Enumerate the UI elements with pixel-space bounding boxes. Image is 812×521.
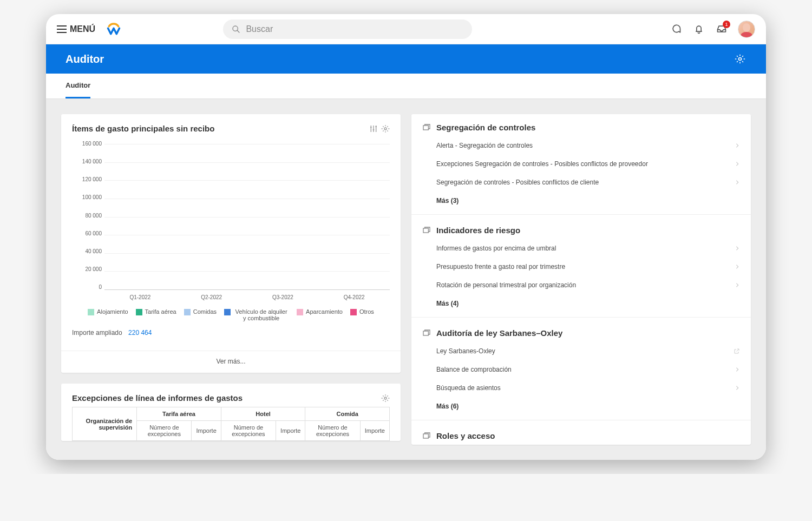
legend-item[interactable]: Tarifa aérea [136,308,176,321]
section: Auditoría de ley Sarbanes–OxleyLey Sarba… [411,320,751,418]
chevron-right-icon [735,367,740,372]
chart-title: Ítems de gasto principales sin recibo [72,124,214,133]
section: Segregación de controlesAlerta - Segrega… [411,114,751,212]
section-icon [422,226,431,235]
exceptions-table: Organización de supervisión Tarifa aérea… [72,407,390,441]
th-org: Organización de supervisión [73,407,137,441]
chevron-right-icon [735,282,740,288]
chevron-right-icon [735,143,740,148]
link-row[interactable]: Ley Sarbanes-Oxley [436,342,740,360]
inbox-icon[interactable]: 1 [715,23,728,36]
svg-rect-7 [423,331,428,335]
chevron-right-icon [735,161,740,167]
left-column: Ítems de gasto principales sin recibo 16… [61,114,401,445]
tab-bar: Auditor [46,74,766,99]
gear-icon[interactable] [381,124,390,133]
svg-point-3 [384,128,387,130]
th-group-1: Hotel [221,407,305,421]
content-area: Ítems de gasto principales sin recibo 16… [46,99,766,460]
top-bar: MENÚ Buscar 1 [46,14,766,44]
app-logo[interactable] [106,22,121,37]
chart-more-link[interactable]: Ver más... [61,351,401,373]
topbar-actions: 1 [670,21,755,38]
app-window: MENÚ Buscar 1 Auditor Auditor [46,14,766,460]
legend-item[interactable]: Comidas [184,308,217,321]
section-icon [422,123,431,132]
link-row[interactable]: Informes de gastos por encima de umbral [436,239,740,258]
links-card: Segregación de controlesAlerta - Segrega… [411,114,751,445]
tab-auditor[interactable]: Auditor [66,74,90,98]
link-row[interactable]: Excepciones Segregación de controles - P… [436,155,740,173]
section-icon [422,432,431,440]
chart-plot: 160 000140 000120 000100 00080 00060 000… [104,141,390,303]
link-row[interactable]: Alerta - Segregación de controles [436,136,740,155]
chevron-right-icon [735,264,740,269]
section-header: Indicadores de riesgo [422,226,740,239]
link-row[interactable]: Rotación de personal trimestral por orga… [436,276,740,294]
link-row[interactable]: Segregación de controles - Posibles conf… [436,173,740,192]
chevron-right-icon [735,246,740,251]
svg-rect-8 [423,434,428,438]
th-group-2: Comida [305,407,390,421]
section-header: Segregación de controles [422,123,740,136]
chart-legend: AlojamientoTarifa aéreaComidasVehículo d… [72,303,390,327]
chart-card: Ítems de gasto principales sin recibo 16… [61,114,401,373]
section-icon [422,329,431,338]
inbox-badge: 1 [723,21,730,28]
menu-button[interactable]: MENÚ [57,24,95,34]
exceptions-title: Excepciones de línea de informes de gast… [72,393,243,403]
page-title: Auditor [66,53,104,65]
section-header: Roles y acceso [422,431,740,445]
svg-point-4 [384,397,387,399]
svg-rect-5 [423,126,428,130]
gear-icon[interactable] [381,394,390,403]
chevron-right-icon [735,385,740,391]
section-more[interactable]: Más (3) [436,192,740,212]
page-header: Auditor [46,44,766,74]
section-more[interactable]: Más (6) [436,397,740,418]
legend-item[interactable]: Vehículo de alquiler y combustible [224,308,289,321]
svg-line-1 [237,30,239,32]
link-row[interactable]: Búsqueda de asientos [436,379,740,397]
legend-item[interactable]: Alojamiento [88,308,128,321]
search-box[interactable]: Buscar [223,19,472,39]
avatar[interactable] [738,21,755,38]
link-row[interactable]: Presupuesto frente a gasto real por trim… [436,258,740,276]
search-icon [232,25,240,34]
svg-rect-6 [423,228,428,233]
chevron-right-icon [735,180,740,185]
sliders-icon[interactable] [369,124,378,133]
link-row[interactable]: Balance de comprobación [436,360,740,379]
svg-point-2 [739,58,742,61]
section-more[interactable]: Más (4) [436,294,740,315]
legend-item[interactable]: Otros [350,308,374,321]
section: Roles y acceso [411,423,751,445]
hamburger-icon [57,25,67,33]
menu-label: MENÚ [70,24,95,34]
external-icon [734,348,740,354]
section-header: Auditoría de ley Sarbanes–Oxley [422,328,740,342]
exceptions-card: Excepciones de línea de informes de gast… [61,384,401,441]
bell-icon[interactable] [692,23,705,36]
legend-item[interactable]: Aparcamiento [297,308,343,321]
search-placeholder: Buscar [246,24,273,34]
right-column: Segregación de controlesAlerta - Segrega… [411,114,751,445]
th-group-0: Tarifa aérea [137,407,221,421]
section: Indicadores de riesgoInformes de gastos … [411,217,751,315]
chat-icon[interactable] [670,23,683,36]
chart-footnote: Importe ampliado 220 464 [72,327,390,341]
header-settings-icon[interactable] [734,52,746,65]
